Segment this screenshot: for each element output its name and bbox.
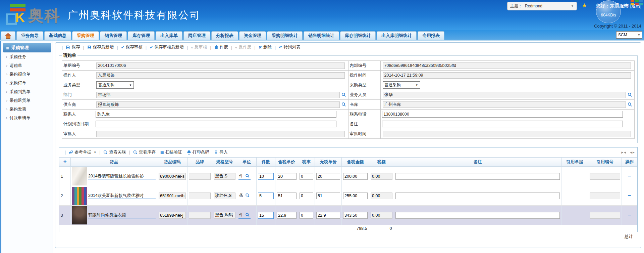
save-and-new-button[interactable]: 保存后新增	[87, 44, 114, 50]
row-remark-input[interactable]	[395, 193, 560, 199]
sidebar-item-caigoutuihuodan[interactable]: ›采购退货单	[3, 96, 51, 105]
tax-rate-input[interactable]	[300, 173, 313, 180]
sidebar-item-caigoudaohuodan[interactable]: ›采购到货单	[3, 87, 51, 96]
sidebar-item-qinggoudan[interactable]: ›请购单	[3, 61, 51, 70]
import-button[interactable]: 导入	[214, 150, 228, 155]
search-icon[interactable]	[245, 174, 250, 178]
network-speed-bubble[interactable]: 604KB/s	[596, 0, 621, 23]
print-barcode-button[interactable]: 打印条码	[187, 150, 209, 155]
sidebar-item-caigoudingdan[interactable]: ›采购订单	[3, 79, 51, 87]
expand-columns-icon[interactable]: ◄►	[629, 151, 635, 154]
sidebar-item-fukuanshenqingdan[interactable]: ›付款申请单	[3, 114, 51, 122]
search-icon[interactable]	[628, 102, 632, 107]
col-header-op[interactable]: 操作	[622, 158, 637, 167]
search-icon[interactable]	[245, 193, 250, 198]
qty-input[interactable]	[258, 193, 274, 199]
col-header-unit[interactable]: 单位	[237, 158, 257, 167]
amount-taxed-input[interactable]	[343, 173, 368, 180]
tab-xiaoshouguanli[interactable]: 销售管理	[100, 31, 127, 40]
tab-kucunmingxitongji[interactable]: 库存明细统计	[340, 31, 376, 40]
scan-verify-button[interactable]: ▦ 扫描验证	[160, 150, 182, 155]
col-header-code[interactable]: 货品编码	[157, 158, 187, 167]
row-remark-input[interactable]	[395, 212, 560, 219]
amount-taxed-input[interactable]	[343, 212, 368, 219]
remove-row-button[interactable]: −	[622, 167, 637, 186]
col-header-tax-rate[interactable]: 税率	[298, 158, 315, 167]
plan-date-input[interactable]	[96, 121, 336, 127]
sidebar-item-caigoubaojiadan[interactable]: ›采购报价单	[3, 70, 51, 79]
reference-doc-button[interactable]: 参考单据 ▼	[69, 150, 96, 155]
contact-input[interactable]	[96, 111, 336, 118]
tab-yewuxiangdao[interactable]: 业务向导	[16, 31, 43, 40]
home-tab[interactable]	[1, 31, 15, 40]
row-remark-input[interactable]	[395, 173, 560, 180]
save-audit-and-new-button[interactable]: ✔ 保存审核后新增	[150, 44, 184, 50]
col-header-price-untaxed[interactable]: 无税单价	[315, 158, 342, 167]
search-icon[interactable]	[628, 92, 632, 97]
qty-input[interactable]	[258, 212, 274, 219]
price-taxed-input[interactable]	[277, 212, 297, 219]
price-untaxed-input[interactable]	[316, 193, 340, 199]
view-relation-button[interactable]: 查看关联	[103, 150, 126, 155]
purchase-type-select[interactable]: 普通采购▼	[383, 81, 420, 89]
add-row-button[interactable]: ✚	[59, 158, 71, 167]
price-untaxed-input[interactable]	[316, 173, 340, 180]
product-name-link[interactable]: 韩版时尚修身连衣裙	[88, 212, 156, 218]
remove-row-button[interactable]: −	[622, 186, 637, 206]
col-header-product[interactable]: 货品	[71, 158, 157, 167]
remark-input[interactable]	[382, 121, 623, 127]
search-icon[interactable]	[341, 92, 346, 97]
go-to-list-button[interactable]: ↶ 转到列表	[279, 44, 300, 50]
tab-kucunguanli[interactable]: 库存管理	[128, 31, 155, 40]
col-header-brand[interactable]: 品牌	[187, 158, 212, 167]
col-header-ref-no[interactable]: 引用编号	[588, 158, 622, 167]
collapse-columns-icon[interactable]: ►◄	[621, 151, 626, 154]
tab-caigoumingxitongji[interactable]: 采购明细统计	[267, 31, 303, 40]
remove-row-button[interactable]: −	[622, 206, 637, 225]
table-row-selected[interactable]: 3 韩版时尚修身连衣裙 件	[59, 206, 637, 225]
col-header-tax-amount[interactable]: 税额	[369, 158, 394, 167]
tab-fenxibaobiao[interactable]: 分析报表	[211, 31, 238, 40]
col-header-price-taxed[interactable]: 含税单价	[275, 158, 298, 167]
col-header-ref-doc[interactable]: 引用单据	[561, 158, 588, 167]
warehouse-input[interactable]	[383, 101, 626, 108]
tab-wangdianguanli[interactable]: 网店管理	[183, 31, 210, 40]
amount-taxed-input[interactable]	[343, 193, 368, 199]
delete-button[interactable]: ✖ 删除	[259, 44, 272, 50]
scm-select[interactable]: SCM ▼	[616, 31, 642, 39]
col-header-spec[interactable]: 规格型号	[212, 158, 237, 167]
col-header-qty[interactable]: 件数	[257, 158, 275, 167]
theme-select[interactable]: 主题： Redmond ▼	[507, 2, 577, 10]
save-audit-button[interactable]: ✔ 保存审核	[121, 44, 143, 50]
price-untaxed-input[interactable]	[316, 212, 340, 219]
sidebar-item-caigoufapiao[interactable]: ›采购发票	[3, 105, 51, 114]
phone-input[interactable]	[382, 111, 623, 118]
save-button[interactable]: 保存	[66, 44, 80, 50]
biz-type-select[interactable]: 普通采购▼	[96, 81, 134, 89]
tab-zhuanyongbaobiao[interactable]: 专用报表	[418, 31, 444, 40]
void-button[interactable]: 作废	[214, 44, 228, 50]
salesman-input[interactable]	[383, 92, 626, 98]
view-stock-button[interactable]: 查看库存	[133, 150, 156, 155]
price-taxed-input[interactable]	[277, 173, 297, 180]
tax-rate-input[interactable]	[300, 193, 313, 199]
tab-jichuxinxi[interactable]: 基础信息	[44, 31, 71, 40]
tab-churukumingxitongji[interactable]: 出入库明细统计	[377, 31, 417, 40]
product-name-link[interactable]: 2014春装韩版蕾丝长袖雪纺衫	[88, 173, 156, 179]
price-taxed-input[interactable]	[277, 193, 297, 199]
qty-input[interactable]	[258, 173, 274, 180]
sidebar-item-caigourenwu[interactable]: ›采购任务	[3, 52, 51, 61]
search-icon[interactable]	[245, 213, 250, 217]
department-input[interactable]	[96, 92, 340, 98]
search-icon[interactable]	[341, 102, 346, 107]
tab-churukudan[interactable]: 出入库单	[156, 31, 182, 40]
tax-rate-input[interactable]	[300, 212, 313, 219]
table-row[interactable]: 2 2014欧美夏装新款气质优雅时 条	[59, 186, 637, 206]
table-row[interactable]: 1 2014春装韩版蕾丝长袖雪纺衫 件	[59, 167, 637, 186]
col-header-amount-taxed[interactable]: 含税金额	[342, 158, 369, 167]
product-name-link[interactable]: 2014欧美夏装新款气质优雅时	[88, 193, 156, 199]
tab-zijinguanli[interactable]: 资金管理	[239, 31, 266, 40]
col-header-remark[interactable]: 备注	[394, 158, 561, 167]
tab-caigouguanli[interactable]: 采购管理	[72, 31, 99, 40]
supplier-input[interactable]	[96, 101, 340, 108]
